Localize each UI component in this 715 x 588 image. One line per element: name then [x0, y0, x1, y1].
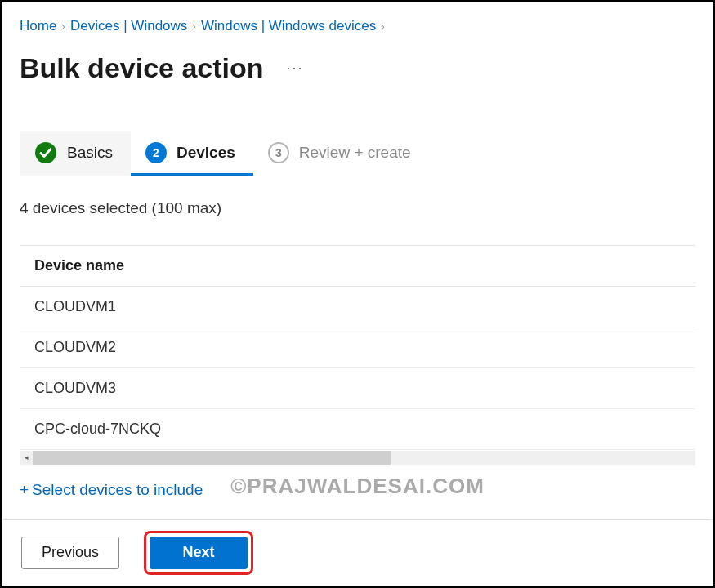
- chevron-right-icon: ›: [381, 20, 385, 33]
- page-title: Bulk device action: [20, 52, 264, 84]
- step-label: Basics: [67, 144, 113, 162]
- more-actions-icon[interactable]: ···: [287, 60, 304, 77]
- select-devices-link[interactable]: +Select devices to include: [20, 481, 203, 499]
- step-devices[interactable]: 2 Devices: [131, 131, 253, 176]
- wizard-footer: Previous Next: [3, 519, 712, 585]
- step-number-badge: 3: [268, 142, 289, 163]
- next-button[interactable]: Next: [150, 537, 248, 569]
- svg-point-0: [35, 142, 56, 163]
- breadcrumb: Home › Devices | Windows › Windows | Win…: [20, 13, 695, 34]
- table-row[interactable]: CLOUDVM2: [20, 327, 695, 368]
- checkmark-icon: [34, 141, 57, 164]
- breadcrumb-home[interactable]: Home: [20, 18, 56, 34]
- breadcrumb-windows-devices[interactable]: Windows | Windows devices: [201, 18, 376, 34]
- device-table: Device name CLOUDVM1 CLOUDVM2 CLOUDVM3 C…: [20, 245, 695, 465]
- table-row[interactable]: CLOUDVM1: [20, 287, 695, 327]
- scroll-thumb[interactable]: [33, 451, 391, 465]
- step-review-create[interactable]: 3 Review + create: [253, 131, 429, 176]
- column-header-device-name[interactable]: Device name: [20, 246, 695, 287]
- step-basics[interactable]: Basics: [20, 131, 131, 176]
- step-number-badge: 2: [145, 142, 167, 163]
- scroll-left-icon[interactable]: ◂: [20, 451, 33, 465]
- step-label: Review + create: [299, 144, 411, 162]
- table-row[interactable]: CLOUDVM3: [20, 368, 695, 409]
- previous-button[interactable]: Previous: [21, 537, 119, 569]
- scroll-track[interactable]: [33, 451, 695, 465]
- horizontal-scrollbar[interactable]: ◂: [20, 450, 695, 465]
- next-button-highlight: Next: [144, 531, 253, 575]
- breadcrumb-devices-windows[interactable]: Devices | Windows: [70, 18, 187, 34]
- plus-icon: +: [20, 481, 29, 498]
- table-row[interactable]: CPC-cloud-7NCKQ: [20, 409, 695, 450]
- selected-count: 4 devices selected (100 max): [20, 199, 695, 217]
- wizard-stepper: Basics 2 Devices 3 Review + create: [20, 131, 695, 176]
- chevron-right-icon: ›: [61, 20, 65, 33]
- select-devices-link-label: Select devices to include: [32, 481, 203, 498]
- step-label: Devices: [177, 144, 235, 162]
- chevron-right-icon: ›: [192, 20, 196, 33]
